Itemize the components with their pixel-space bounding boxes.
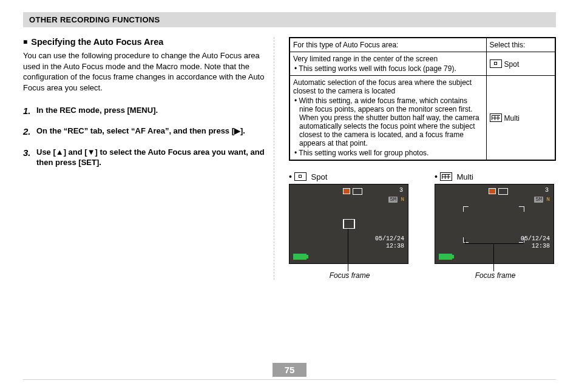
focus-frame <box>343 219 355 229</box>
steps-list: 1. In the REC mode, press [MENU]. 2. On … <box>23 105 269 168</box>
step-2: 2. On the “REC” tab, select “AF Area”, a… <box>23 126 269 138</box>
right-column: For this type of Auto Focus area: Select… <box>286 37 556 280</box>
lcd-screen: 3 5M N 05/12/2412:38 <box>435 184 554 264</box>
pointer-line <box>465 240 466 243</box>
row-bullet: • This setting works well with focus loc… <box>293 64 483 73</box>
shot-count: 3 <box>545 187 549 194</box>
intro-paragraph: You can use the following procedure to c… <box>23 50 269 93</box>
af-mode-icon <box>498 188 508 195</box>
spot-icon <box>490 59 502 68</box>
step-text: Use [▲] and [▼] to select the Auto Focus… <box>36 147 269 168</box>
pointer-line <box>465 243 523 244</box>
table-header-right: Select this: <box>486 38 555 52</box>
row-bullet: • With this setting, a wide focus frame,… <box>293 96 483 147</box>
lcd-screen: 3 5M N 05/12/2412:38 <box>289 184 408 264</box>
footer-rule <box>23 379 556 380</box>
multi-icon <box>490 113 502 122</box>
pointer-line <box>493 243 494 271</box>
af-area-table: For this type of Auto Focus area: Select… <box>289 37 556 161</box>
step-number: 1. <box>23 105 36 117</box>
date-time: 05/12/2412:38 <box>521 235 550 250</box>
multi-icon <box>440 172 452 181</box>
page-footer: 75 <box>23 363 556 380</box>
battery-icon <box>293 254 306 260</box>
shot-count: 3 <box>399 187 403 194</box>
step-text: In the REC mode, press [MENU]. <box>36 105 269 117</box>
preview-row: Spot 3 5M N 05/12/2412:38 F <box>289 172 556 280</box>
date-time: 05/12/2412:38 <box>375 235 404 250</box>
rec-icon <box>489 188 496 194</box>
select-label: Spot <box>504 60 520 69</box>
step-1: 1. In the REC mode, press [MENU]. <box>23 105 269 117</box>
focus-caption: Focus frame <box>289 271 410 280</box>
row-desc: Automatic selection of the focus area wh… <box>293 78 483 95</box>
focus-corner <box>519 206 524 212</box>
table-row: Automatic selection of the focus area wh… <box>290 76 555 161</box>
preview-label: Spot <box>311 172 328 181</box>
step-3: 3. Use [▲] and [▼] to select the Auto Fo… <box>23 147 269 168</box>
step-text: On the “REC” tab, select “AF Area”, and … <box>36 126 269 138</box>
resolution-badge: 5M N <box>534 197 550 203</box>
row-bullet: • This setting works well for group phot… <box>293 149 483 157</box>
step-number: 3. <box>23 147 36 168</box>
table-row: Very limited range in the center of the … <box>290 52 555 76</box>
pointer-line <box>523 240 524 243</box>
focus-caption: Focus frame <box>435 271 556 280</box>
battery-icon <box>439 254 452 260</box>
af-mode-icon <box>353 188 362 195</box>
preview-label: Multi <box>457 172 473 181</box>
resolution-badge: 5M N <box>388 197 404 203</box>
focus-corner <box>463 237 469 243</box>
page-header: OTHER RECORDING FUNCTIONS <box>23 12 556 27</box>
page-number: 75 <box>273 363 307 377</box>
section-title: Specifying the Auto Focus Area <box>23 37 269 47</box>
preview-multi: Multi 3 5M N 05/12/2412:38 <box>435 172 556 280</box>
spot-icon <box>294 172 306 181</box>
focus-corner <box>463 206 469 212</box>
preview-spot: Spot 3 5M N 05/12/2412:38 F <box>289 172 410 280</box>
rec-icon <box>343 188 350 194</box>
left-column: Specifying the Auto Focus Area You can u… <box>23 37 274 280</box>
select-label: Multi <box>504 114 520 123</box>
table-header-left: For this type of Auto Focus area: <box>290 38 486 52</box>
step-number: 2. <box>23 126 36 138</box>
row-desc: Very limited range in the center of the … <box>293 55 483 63</box>
pointer-line <box>348 229 348 271</box>
